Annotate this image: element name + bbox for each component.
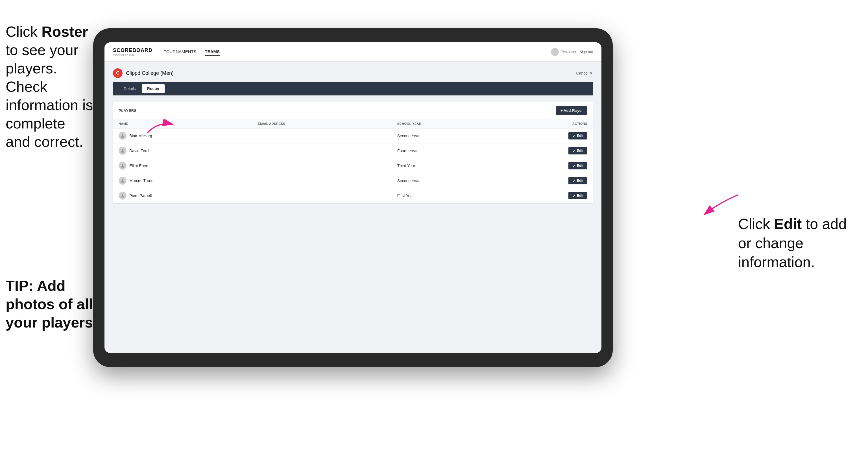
table-row: Blair McHarg Second Year Edit [113,128,593,144]
logo-sub: Powered by clippi [113,53,153,56]
tab-details[interactable]: Details [119,84,141,93]
actions-cell-3: Edit [536,177,587,184]
tablet-frame: SCOREBOARD Powered by clippi TOURNAMENTS… [93,28,613,367]
content-area: C Clippd College (Men) Cancel ✕ Details … [104,62,601,353]
players-table: Blair McHarg Second Year Edit [113,128,593,203]
col-year: SCHOOL YEAR [397,122,536,125]
actions-cell-1: Edit [536,147,587,154]
table-row: Marcus Turner Second Year Edit [113,174,593,188]
tab-bar: Details Roster [113,82,593,95]
player-avatar-1 [119,147,126,155]
cancel-button[interactable]: Cancel ✕ [576,71,593,75]
nav-logo: SCOREBOARD Powered by clippi [113,48,153,56]
player-cell-3: Marcus Turner [119,177,258,185]
nav-tournaments[interactable]: TOURNAMENTS [164,48,196,56]
table-row: Elliot Ebert Third Year Edit [113,158,593,174]
player-avatar-4 [119,192,126,199]
actions-cell-2: Edit [536,162,587,169]
player-avatar-3 [119,177,126,185]
players-header: PLAYERS + Add Player [113,102,593,119]
user-text: Test User | Sign out [561,50,593,54]
roster-arrow [145,113,179,135]
edit-button-1[interactable]: Edit [568,147,587,154]
user-avatar [551,48,559,56]
player-cell-1: David Ford [119,147,258,155]
roster-bold: Roster [41,24,88,40]
player-avatar-0 [119,132,126,140]
logo-title: SCOREBOARD [113,48,153,53]
col-email: EMAIL ADDRESS [258,122,397,125]
actions-cell-4: Edit [536,192,587,199]
edit-arrow [696,186,741,220]
team-name: Clippd College (Men) [126,70,576,76]
players-section: PLAYERS + Add Player NAME EMAIL ADDRESS … [113,102,593,203]
add-player-button[interactable]: + Add Player [556,106,587,115]
right-instruction-text: Click Edit to add or change information. [738,215,851,272]
edit-button-0[interactable]: Edit [568,132,587,139]
table-row: Piers Parnell First Year Edit [113,188,593,203]
nav-links: TOURNAMENTS TEAMS [164,48,551,56]
team-header: C Clippd College (Men) Cancel ✕ [113,68,593,78]
edit-bold: Edit [774,216,802,232]
player-cell-0: Blair McHarg [119,132,258,140]
table-header: NAME EMAIL ADDRESS SCHOOL YEAR ACTIONS [113,119,593,128]
table-row: David Ford Fourth Year Edit [113,144,593,158]
nav-bar: SCOREBOARD Powered by clippi TOURNAMENTS… [104,42,601,62]
actions-cell-0: Edit [536,132,587,139]
edit-button-4[interactable]: Edit [568,192,587,199]
col-actions: ACTIONS [536,122,587,125]
edit-button-3[interactable]: Edit [568,177,587,184]
players-title: PLAYERS [119,108,556,113]
player-avatar-2 [119,162,126,170]
tab-roster[interactable]: Roster [142,84,165,93]
team-logo: C [113,68,123,78]
left-instruction-text: Click Roster to see your players. Check … [6,23,93,151]
edit-button-2[interactable]: Edit [568,162,587,169]
tip-text: TIP: Add photos of all your players. [6,277,102,332]
nav-teams[interactable]: TEAMS [205,48,220,56]
player-cell-4: Piers Parnell [119,192,258,199]
tablet-screen: SCOREBOARD Powered by clippi TOURNAMENTS… [104,42,601,353]
nav-user: Test User | Sign out [551,48,593,56]
col-name: NAME [119,122,258,125]
player-cell-2: Elliot Ebert [119,162,258,170]
